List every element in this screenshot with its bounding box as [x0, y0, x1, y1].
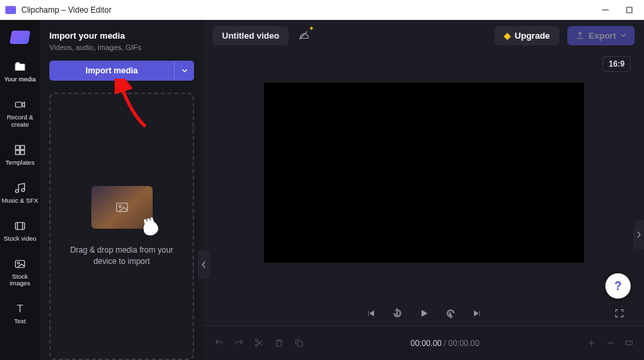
media-panel: Import your media Videos, audio, images,… [40, 20, 203, 360]
sidebar-item-label: Templates [5, 159, 34, 167]
undo-button[interactable] [213, 337, 225, 349]
aspect-ratio-button[interactable]: 16:9 [603, 56, 631, 72]
svg-point-7 [15, 189, 19, 193]
svg-text:5: 5 [396, 313, 398, 316]
upload-icon [575, 31, 585, 40]
sidebar-rail: Your media Record & create Templates Mus… [0, 20, 40, 360]
split-button[interactable] [253, 337, 265, 349]
player-controls: 5 5 [203, 301, 644, 325]
templates-icon [13, 143, 27, 157]
topbar: Untitled video ✦ ◆ Upgrade Export [203, 20, 644, 51]
sidebar-item-label: Music & SFX [2, 197, 39, 205]
project-name-button[interactable]: Untitled video [213, 26, 289, 45]
minimize-button[interactable] [601, 6, 609, 14]
forward-5-button[interactable]: 5 [445, 307, 457, 319]
svg-rect-14 [116, 203, 127, 211]
image-icon [13, 257, 27, 271]
sidebar-item-label: Stock video [3, 235, 36, 243]
image-icon [115, 200, 129, 215]
dropzone-thumbnail [91, 186, 153, 229]
svg-rect-6 [21, 151, 25, 155]
upgrade-button[interactable]: ◆ Upgrade [495, 26, 559, 45]
svg-point-15 [119, 205, 121, 207]
copy-button[interactable] [293, 337, 305, 349]
panel-heading: Import your media [49, 31, 194, 41]
right-panel-expand-handle[interactable] [633, 220, 644, 249]
dropzone-text: Drag & drop media from your device to im… [64, 245, 179, 267]
delete-button[interactable] [273, 337, 285, 349]
chevron-down-icon [620, 32, 627, 39]
svg-point-13 [17, 262, 19, 264]
rewind-5-button[interactable]: 5 [391, 307, 403, 319]
svg-rect-12 [15, 260, 25, 267]
svg-point-8 [21, 188, 25, 191]
fit-timeline-button[interactable] [623, 337, 635, 349]
fullscreen-button[interactable] [613, 307, 625, 319]
panel-collapse-handle[interactable] [198, 250, 210, 279]
grab-hand-icon [141, 219, 159, 237]
sidebar-item-text[interactable]: Text [0, 297, 40, 331]
import-media-button[interactable]: Import media [49, 61, 174, 81]
panel-subtitle: Videos, audio, images, GIFs [49, 43, 194, 51]
svg-rect-2 [15, 102, 22, 107]
clipchamp-logo [9, 31, 31, 44]
play-button[interactable] [418, 307, 430, 319]
svg-rect-3 [15, 145, 19, 149]
text-icon [13, 302, 27, 315]
camera-icon [13, 98, 27, 111]
video-canvas[interactable] [264, 83, 584, 263]
timeline-toolbar: 00:00.00 / 00:00.00 [203, 325, 644, 360]
svg-rect-25 [625, 341, 632, 345]
sidebar-item-label: Text [14, 318, 25, 325]
time-current: 00:00 [411, 339, 431, 348]
film-icon [13, 219, 27, 233]
sidebar-item-stock-images[interactable]: Stock images [0, 252, 40, 293]
sidebar-item-your-media[interactable]: Your media [0, 55, 40, 89]
sparkle-icon: ✦ [309, 25, 314, 32]
media-dropzone[interactable]: Drag & drop media from your device to im… [49, 93, 194, 360]
app-icon [5, 6, 16, 14]
folder-icon [13, 60, 27, 73]
window-title: Clipchamp – Video Editor [21, 5, 111, 15]
cloud-sync-off-icon[interactable]: ✦ [297, 29, 310, 42]
maximize-button[interactable] [625, 6, 633, 14]
import-media-dropdown[interactable] [174, 61, 194, 81]
skip-start-button[interactable] [365, 307, 377, 319]
svg-rect-5 [15, 151, 19, 155]
sidebar-item-stock-video[interactable]: Stock video [0, 214, 40, 248]
sidebar-item-music-sfx[interactable]: Music & SFX [0, 176, 40, 210]
preview-area: 16:9 [203, 51, 644, 301]
window-titlebar: Clipchamp – Video Editor [0, 0, 644, 20]
diamond-icon: ◆ [504, 31, 511, 41]
svg-text:5: 5 [449, 313, 451, 316]
redo-button[interactable] [233, 337, 245, 349]
svg-rect-9 [15, 222, 25, 229]
time-total: 00:00 [449, 339, 469, 348]
svg-rect-4 [21, 145, 25, 149]
time-readout: 00:00.00 / 00:00.00 [313, 339, 577, 348]
upgrade-label: Upgrade [515, 31, 550, 41]
export-label: Export [589, 31, 616, 41]
music-icon [13, 181, 27, 195]
sidebar-item-label: Your media [4, 76, 36, 83]
sidebar-item-templates[interactable]: Templates [0, 138, 40, 172]
export-button[interactable]: Export [567, 26, 635, 45]
editor-main: Untitled video ✦ ◆ Upgrade Export 16:9 5 [203, 20, 644, 360]
sidebar-item-record-create[interactable]: Record & create [0, 93, 40, 134]
sidebar-item-label: Record & create [1, 114, 39, 129]
skip-end-button[interactable] [471, 307, 483, 319]
zoom-out-button[interactable] [604, 337, 616, 349]
help-button[interactable]: ? [605, 273, 631, 299]
zoom-in-button[interactable] [585, 337, 597, 349]
svg-rect-21 [297, 341, 303, 347]
svg-rect-1 [627, 7, 632, 13]
sidebar-item-label: Stock images [1, 273, 39, 288]
